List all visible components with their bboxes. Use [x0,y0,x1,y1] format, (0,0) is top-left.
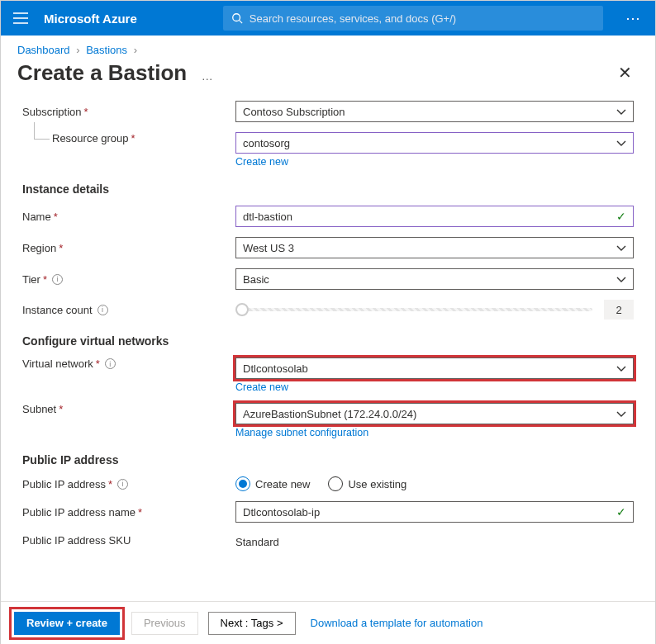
search-icon [231,12,243,24]
public-ip-name-value: Dtlcontosolab-ip [243,506,320,519]
label-public-ip-name: Public IP address name [22,506,135,519]
vnet-select[interactable]: Dtlcontosolab [235,358,634,379]
label-public-ip-sku: Public IP address SKU [22,534,131,547]
global-search[interactable] [223,6,603,31]
resource-group-value: contosorg [243,137,290,149]
download-template-link[interactable]: Download a template for automation [311,617,483,629]
breadcrumb-dashboard[interactable]: Dashboard [17,44,70,56]
label-subscription: Subscription [22,106,82,118]
label-vnet: Virtual network [22,358,93,370]
label-subnet: Subnet [22,403,56,415]
chevron-down-icon [616,106,626,118]
chevron-down-icon [616,273,626,286]
instance-count-value: 2 [604,300,634,320]
label-name: Name [22,211,51,223]
label-public-ip: Public IP address [22,478,106,490]
radio-create-new-label: Create new [255,478,310,490]
name-input[interactable]: dtl-bastion [235,206,634,227]
name-value: dtl-bastion [243,211,292,223]
chevron-down-icon [616,137,626,149]
label-tier: Tier [22,273,40,286]
breadcrumb-bastions[interactable]: Bastions [86,44,127,56]
slider-thumb[interactable] [235,303,249,316]
breadcrumb: Dashboard › Bastions › [1,36,655,59]
public-ip-name-input[interactable]: Dtlcontosolab-ip [235,501,634,523]
info-icon[interactable]: i [117,479,128,490]
radio-icon [328,476,343,491]
radio-use-existing-label: Use existing [348,478,406,490]
subnet-select[interactable]: AzureBastionSubnet (172.24.0.0/24) [235,403,634,424]
section-configure-vnet: Configure virtual networks [22,334,634,348]
instance-count-slider[interactable] [235,308,592,311]
next-button[interactable]: Next : Tags > [208,612,296,635]
previous-button: Previous [131,612,198,635]
label-instance-count: Instance count [22,304,93,316]
brand-label: Microsoft Azure [44,12,137,26]
tier-value: Basic [243,273,269,286]
manage-subnet-link[interactable]: Manage subnet configuration [235,427,368,438]
info-icon[interactable]: i [105,358,116,369]
section-public-ip: Public IP address [22,453,634,466]
chevron-down-icon [616,362,626,375]
create-new-vnet-link[interactable]: Create new [235,381,288,393]
create-new-rg-link[interactable]: Create new [235,156,288,168]
svg-point-3 [233,14,240,21]
page-actions-menu[interactable]: … [202,69,215,83]
radio-create-new[interactable]: Create new [235,476,310,491]
hamburger-menu[interactable] [9,7,32,30]
chevron-down-icon [616,242,626,254]
search-input[interactable] [250,12,595,25]
page-title: Create a Bastion [17,60,187,85]
svg-line-4 [239,21,242,24]
close-button[interactable]: ✕ [611,59,639,86]
info-icon[interactable]: i [97,305,108,315]
region-value: West US 3 [243,242,294,254]
radio-use-existing[interactable]: Use existing [328,476,406,491]
public-ip-sku-value: Standard [235,533,634,548]
info-icon[interactable]: i [52,274,63,285]
chevron-right-icon: › [76,44,79,56]
subscription-value: Contoso Subscription [243,106,345,118]
subscription-select[interactable]: Contoso Subscription [235,101,634,122]
label-region: Region [22,242,56,254]
chevron-down-icon [616,408,626,420]
section-instance-details: Instance details [22,182,634,196]
review-create-button[interactable]: Review + create [14,612,120,635]
subnet-value: AzureBastionSubnet (172.24.0.0/24) [243,408,416,420]
region-select[interactable]: West US 3 [235,237,634,258]
overflow-menu[interactable]: ⋯ [620,9,647,27]
tier-select[interactable]: Basic [235,268,634,290]
vnet-value: Dtlcontosolab [243,362,308,375]
resource-group-select[interactable]: contosorg [235,132,634,154]
radio-icon [235,476,250,491]
label-resource-group: Resource group [52,132,129,144]
chevron-right-icon: › [134,44,137,56]
